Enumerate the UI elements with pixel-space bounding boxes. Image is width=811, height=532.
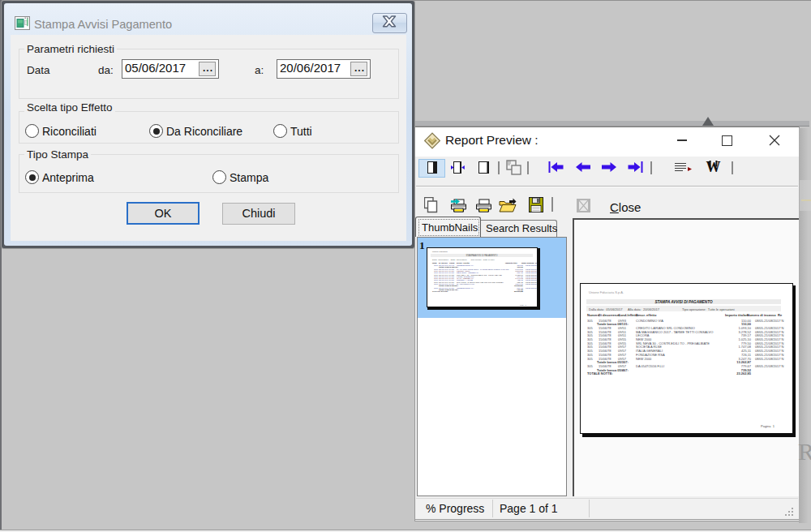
svg-text:W: W (706, 161, 721, 174)
